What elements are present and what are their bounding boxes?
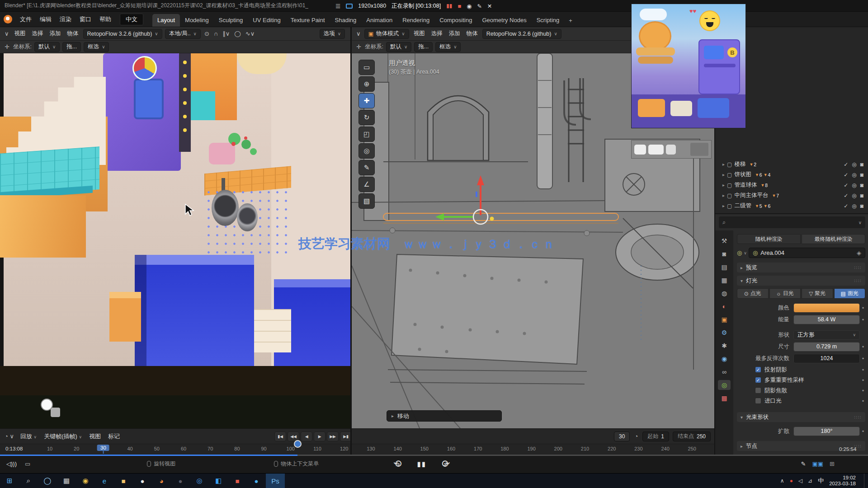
properties-search[interactable]: ⌕ ∨ [719, 216, 865, 228]
expand-icon[interactable]: ▸ [722, 172, 725, 177]
falloff-icon[interactable]: ∿∨ [245, 30, 255, 37]
power-field[interactable]: 58.4 W [793, 315, 860, 324]
clock-icon[interactable]: ◔ [633, 433, 639, 440]
drag-dropdown[interactable]: 拖... [62, 42, 81, 52]
spot-light-button[interactable]: ▽聚光 [802, 288, 833, 299]
ruler-tick[interactable]: 100 [287, 446, 295, 451]
blender-logo-icon[interactable] [4, 15, 12, 23]
annotate-pencil-icon[interactable]: ✎ [801, 460, 806, 467]
expand-icon[interactable]: ▸ [722, 183, 725, 188]
ruler-tick[interactable]: 50 [154, 446, 160, 451]
task-view-icon[interactable]: ▦ [57, 474, 76, 488]
speaker-icon[interactable]: ◁))) [6, 460, 17, 467]
keyboard-icon[interactable]: ⊞ [830, 460, 835, 467]
add-menu[interactable]: 添加 [48, 30, 63, 38]
final-seed-render-button[interactable]: 最终随机种渲染 [802, 234, 865, 244]
object-menu[interactable]: 物体 [465, 30, 480, 38]
animate-dot[interactable]: • [860, 316, 866, 323]
outliner-row[interactable]: ▸▢ 饼状图 ▼6▼4 ✓◎◙ [715, 169, 868, 180]
video-progress-track[interactable] [0, 455, 868, 456]
camera-icon[interactable]: ◙ [860, 161, 863, 168]
ruler-tick[interactable]: 30 [97, 445, 109, 451]
ruler-tick[interactable]: 180 [500, 446, 509, 451]
tab-animation[interactable]: Animation [361, 14, 397, 27]
skip-forward-button[interactable]: ⟳30 [442, 458, 450, 470]
volume-icon[interactable]: ◁ [798, 478, 802, 484]
checkbox-icon[interactable]: ✓ [844, 203, 848, 209]
search-icon[interactable]: ⌕ [19, 474, 38, 488]
rendered-reference-viewport[interactable] [0, 53, 350, 395]
world-tab[interactable]: ◐ [718, 301, 731, 311]
animate-dot[interactable]: • [860, 305, 866, 311]
light-icon[interactable]: ◎ [737, 249, 742, 256]
shadow-caustics-checkbox[interactable]: ✓阴影焦散• [755, 385, 866, 395]
frame-end-field[interactable]: 结束点250 [673, 432, 711, 441]
physics-tab[interactable]: ◉ [718, 354, 731, 364]
tab-compositing[interactable]: Compositing [434, 14, 477, 27]
section-preview[interactable]: ▸预览∷∷ [737, 263, 865, 272]
taskbar-clock[interactable]: 19:02 2023-03-18 [829, 475, 859, 487]
seed-render-button[interactable]: 随机种渲染 [737, 234, 801, 244]
ruler-tick[interactable]: 160 [447, 446, 455, 451]
multi-importance-checkbox[interactable]: ✓多重重要性采样• [755, 375, 866, 385]
browser-icon[interactable]: ◎ [190, 474, 209, 488]
texture-tab[interactable]: ▩ [718, 393, 731, 403]
ruler-tick[interactable]: 80 [234, 446, 240, 451]
toggle-icon[interactable]: ▣▣ [812, 460, 824, 467]
size-field[interactable]: 0.729 m [793, 342, 860, 352]
camera-icon[interactable]: ◙ [860, 203, 863, 209]
spread-field[interactable]: 180° [793, 427, 860, 436]
camera-icon[interactable]: ◉ [467, 3, 472, 9]
expand-icon[interactable]: ▸ [722, 203, 725, 208]
expand-icon[interactable]: ▸ [722, 193, 725, 198]
tab-scripting[interactable]: Scripting [532, 14, 565, 27]
outliner-item-label[interactable]: 中间主体平台 [734, 192, 768, 199]
scene-tab[interactable]: ◍ [718, 288, 731, 298]
sun-light-button[interactable]: ☼日光 [769, 288, 801, 299]
portal-checkbox[interactable]: ✓进口光• [755, 396, 866, 406]
tab-rendering[interactable]: Rendering [397, 14, 434, 27]
ime-indicator[interactable]: 中 [818, 477, 824, 485]
retopoflow-dropdown[interactable]: RetopoFlow 3.2.6 (github)∨ [83, 29, 162, 39]
stop-recording-icon[interactable]: ■ [458, 3, 461, 9]
ruler-tick[interactable]: 40 [127, 446, 132, 451]
animate-dot[interactable]: • [860, 355, 866, 362]
coord-default-dropdown[interactable]: 默认∨ [34, 42, 60, 52]
ruler-tick[interactable]: 90 [261, 446, 266, 451]
ruler-tick[interactable]: 190 [527, 446, 535, 451]
move-tool[interactable]: ✚ [359, 93, 375, 108]
menu-edit[interactable]: 编辑 [36, 14, 56, 25]
editor-type-icon[interactable]: ◔ ∨ [4, 433, 15, 440]
light-name-field[interactable]: ◎Area.004◈ [749, 248, 865, 258]
snap-dropdown-icon[interactable]: ∥∨ [222, 30, 231, 37]
camera-icon[interactable]: ◙ [860, 172, 863, 178]
ruler-tick[interactable]: 210 [581, 446, 589, 451]
camera-icon[interactable]: ◙ [860, 192, 863, 199]
section-light[interactable]: ▾灯光∷∷ [737, 276, 865, 286]
ruler-tick[interactable]: 140 [393, 446, 401, 451]
view-layer-tab[interactable]: ▦ [718, 275, 731, 285]
photoshop-icon[interactable]: Ps [266, 474, 285, 488]
view-menu[interactable]: 视图 [13, 30, 28, 38]
folder-icon[interactable]: ■ [114, 474, 133, 488]
cast-shadow-checkbox[interactable]: ✓投射阴影• [755, 365, 866, 375]
checkbox-icon[interactable]: ✓ [844, 161, 848, 168]
menu-render[interactable]: 渲染 [56, 14, 75, 25]
proportional-edit-icon[interactable]: ◯ [233, 30, 242, 37]
eye-icon[interactable]: ◎ [852, 172, 856, 178]
area-light-button[interactable]: ▤面光 [834, 288, 866, 299]
transform-tool[interactable]: ◎ [359, 143, 375, 159]
tool-tab[interactable]: ⚒ [718, 236, 731, 246]
select-menu[interactable]: 选择 [429, 30, 444, 38]
checkbox-icon[interactable]: ✓ [844, 192, 848, 199]
orientation-dropdown[interactable]: 本地/局..∨ [165, 29, 201, 39]
tab-shading[interactable]: Shading [330, 14, 362, 27]
red-app-icon[interactable]: ■ [228, 474, 247, 488]
bounces-field[interactable]: 1024 [793, 354, 860, 363]
ruler-tick[interactable]: 10 [47, 446, 52, 451]
vscode-icon[interactable]: ◧ [209, 474, 228, 488]
edge-icon[interactable]: e [95, 474, 114, 488]
add-cube-tool[interactable]: ▧ [359, 193, 375, 209]
light-data-tab[interactable]: ◎ [718, 380, 731, 390]
outliner-row[interactable]: ▸▢ 管道球体 ▼8 ✓◎◙ [715, 180, 868, 190]
